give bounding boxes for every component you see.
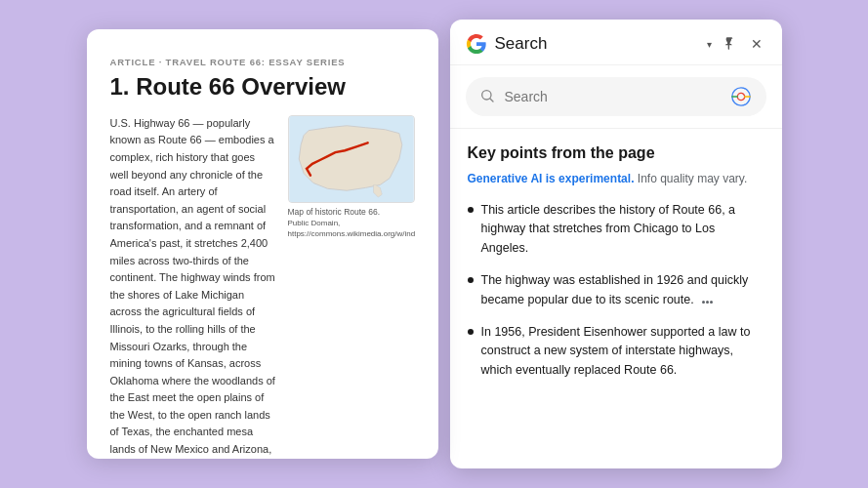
bullet-icon bbox=[468, 329, 474, 335]
map-image bbox=[288, 115, 415, 203]
menu-icon[interactable] bbox=[701, 291, 713, 309]
svg-line-2 bbox=[490, 99, 493, 102]
pin-button[interactable] bbox=[720, 34, 739, 54]
bullet-icon bbox=[468, 207, 474, 213]
key-point-text: In 1956, President Eisenhower supported … bbox=[481, 323, 765, 380]
article-text-intro: U.S. Highway 66 — popularly known as Rou… bbox=[110, 115, 276, 459]
map-figure: Map of historic Route 66. Public Domain,… bbox=[288, 115, 415, 459]
search-input-area bbox=[450, 65, 782, 129]
ai-disclaimer-label: Generative AI is experimental. bbox=[468, 172, 635, 185]
search-panel: Search ▾ ✕ bbox=[450, 20, 782, 468]
map-caption: Map of historic Route 66. Public Domain,… bbox=[288, 207, 415, 240]
search-dropdown-icon[interactable]: ▾ bbox=[707, 39, 712, 50]
key-points-title: Key points from the page bbox=[468, 144, 765, 162]
key-point-text: This article describes the history of Ro… bbox=[481, 201, 765, 258]
ai-disclaimer: Generative AI is experimental. Info qual… bbox=[468, 170, 765, 187]
search-icon bbox=[479, 88, 495, 106]
list-item: This article describes the history of Ro… bbox=[468, 201, 765, 258]
search-panel-title: Search bbox=[495, 34, 699, 54]
search-content: Key points from the page Generative AI i… bbox=[450, 129, 782, 468]
list-item: In 1956, President Eisenhower supported … bbox=[468, 323, 765, 380]
key-point-text: The highway was established in 1926 and … bbox=[481, 271, 765, 309]
key-points-list: This article describes the history of Ro… bbox=[468, 201, 765, 380]
svg-point-4 bbox=[737, 93, 744, 100]
google-logo bbox=[466, 33, 487, 55]
search-header: Search ▾ ✕ bbox=[450, 20, 782, 65]
search-input-wrapper[interactable] bbox=[466, 77, 766, 116]
article-label: ARTICLE · TRAVEL ROUTE 66: ESSAY SERIES bbox=[110, 57, 415, 67]
close-button[interactable]: ✕ bbox=[747, 34, 766, 54]
article-paragraph1-preview: U.S. Highway 66 — popularly known as Rou… bbox=[110, 117, 275, 459]
list-item: The highway was established in 1926 and … bbox=[468, 271, 765, 309]
article-title: 1. Route 66 Overview bbox=[110, 73, 415, 102]
google-lens-icon[interactable] bbox=[729, 85, 753, 108]
header-actions: ✕ bbox=[720, 34, 766, 54]
article-panel: ARTICLE · TRAVEL ROUTE 66: ESSAY SERIES … bbox=[87, 29, 438, 459]
article-body: U.S. Highway 66 — popularly known as Rou… bbox=[110, 115, 415, 459]
search-input[interactable] bbox=[505, 89, 720, 104]
map-credit: Public Domain, https://commons.wikimedia… bbox=[288, 219, 415, 238]
ai-disclaimer-suffix: Info quality may vary. bbox=[638, 172, 748, 185]
bullet-icon bbox=[468, 277, 474, 283]
